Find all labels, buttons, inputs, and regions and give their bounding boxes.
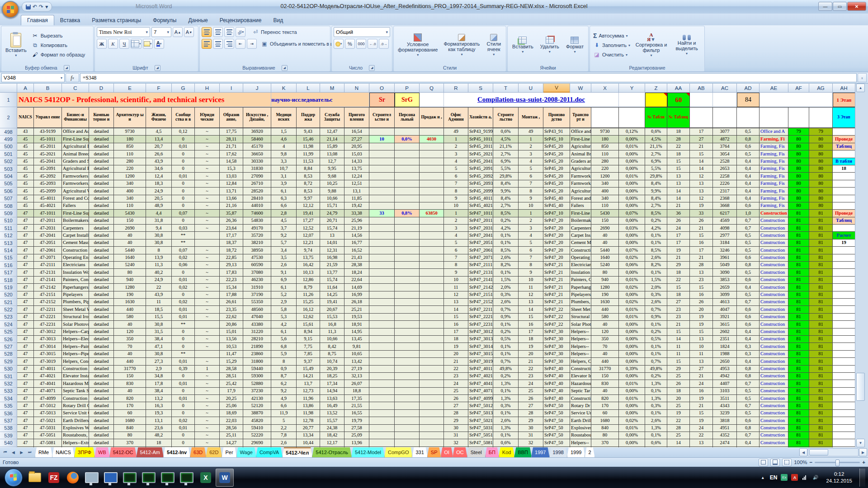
cell-B529[interactable]: 47-3019 bbox=[34, 358, 62, 365]
cell-Z535[interactable]: 0,3% bbox=[645, 402, 667, 409]
cell-W511[interactable]: Carpenters bbox=[570, 225, 591, 232]
cell-AD538[interactable]: 0,8 bbox=[737, 425, 760, 432]
cell-V502[interactable]: SrP45_20 bbox=[543, 158, 570, 165]
cell-B498[interactable]: 43-9199 bbox=[34, 128, 62, 136]
cell-H505[interactable]: ~ bbox=[195, 180, 220, 188]
cell-W501[interactable]: Animal Br bbox=[570, 150, 591, 158]
cell-C517[interactable]: Insulation Wor bbox=[62, 269, 89, 276]
cell-L515[interactable]: 13,75 bbox=[297, 254, 320, 262]
cell-C538[interactable]: Explosives Wo bbox=[62, 425, 89, 432]
cell-J503[interactable]: 31830 bbox=[243, 165, 271, 173]
cell-L530[interactable]: 15,49 bbox=[297, 366, 320, 373]
cell-C510[interactable]: Boilermakers bbox=[62, 217, 89, 225]
cell-M517[interactable]: 13,77 bbox=[320, 269, 344, 276]
cell-E511[interactable]: 2690 bbox=[114, 225, 146, 232]
cell-I517[interactable]: 17,83 bbox=[220, 269, 243, 276]
column-header-C[interactable]: C bbox=[62, 84, 89, 93]
cell-E526[interactable]: 350 bbox=[114, 336, 146, 343]
cell-Y513[interactable]: 0,00% bbox=[619, 239, 645, 247]
cell-O538[interactable] bbox=[369, 425, 395, 432]
cell-AH524[interactable] bbox=[833, 321, 855, 328]
cell-K539[interactable]: 7,8 bbox=[271, 432, 297, 439]
cell-AA498[interactable]: 18 bbox=[667, 128, 690, 136]
paste-button[interactable]: Вставить▾ bbox=[3, 32, 29, 58]
cell-AC514[interactable]: 3246 bbox=[713, 247, 737, 254]
table-header-M[interactable]: Служба Защиты bbox=[320, 107, 344, 128]
cell-I524[interactable]: 20,86 bbox=[220, 321, 243, 328]
cell-A503[interactable]: 45 bbox=[17, 165, 34, 173]
cell-Y521[interactable]: 0,02% bbox=[619, 299, 645, 306]
cell-V522[interactable]: SrP47_22 bbox=[543, 306, 570, 313]
cell-E501[interactable]: 110 bbox=[114, 150, 146, 158]
cell-V507[interactable]: SrP45_40 bbox=[543, 195, 570, 202]
cell-S533[interactable]: SrP47_4071 bbox=[468, 388, 493, 395]
cell-M532[interactable]: 17,34 bbox=[320, 380, 344, 387]
cell-H515[interactable]: ~ bbox=[195, 254, 220, 262]
cell-D540[interactable]: detailed bbox=[89, 439, 114, 446]
cell-L509[interactable]: 19,41 bbox=[297, 210, 320, 217]
cell-A531[interactable]: 47 bbox=[17, 373, 34, 380]
cell-R527[interactable]: 19 bbox=[444, 343, 468, 350]
cell-AD512[interactable]: 0,5 bbox=[737, 232, 760, 239]
cell-AB520[interactable]: 16 bbox=[690, 291, 713, 299]
cell-X515[interactable]: 1640 bbox=[591, 254, 619, 262]
cell-AB500[interactable]: 21 bbox=[690, 143, 713, 150]
cell-R512[interactable]: 4 bbox=[444, 232, 468, 239]
row-header-520[interactable]: 520 bbox=[0, 291, 17, 299]
cell-Y520[interactable]: 0,00% bbox=[619, 291, 645, 299]
cell-AB528[interactable]: 11 bbox=[690, 351, 713, 358]
cell-O506[interactable] bbox=[369, 188, 395, 195]
cell-G499[interactable]: 0 bbox=[172, 136, 195, 143]
column-header-AD[interactable]: AD bbox=[737, 84, 760, 93]
row-header-535[interactable]: 535 bbox=[0, 402, 17, 409]
cell-Z506[interactable]: 9,9% bbox=[645, 188, 667, 195]
cell-Z524[interactable]: 0,1% bbox=[645, 321, 667, 328]
cell-X530[interactable]: 31770 bbox=[591, 366, 619, 373]
column-header-AH[interactable]: AH bbox=[833, 84, 855, 93]
cell-AH528[interactable] bbox=[833, 351, 855, 358]
cell-J538[interactable]: 59410 bbox=[243, 425, 271, 432]
cell-AD505[interactable]: 0,4 bbox=[737, 180, 760, 188]
cell-B507[interactable]: 45-4011 bbox=[34, 195, 62, 202]
cell-AA534[interactable]: 20 bbox=[667, 395, 690, 402]
cell-E527[interactable]: 70 bbox=[114, 343, 146, 350]
cell-W539[interactable]: Roustabou bbox=[570, 432, 591, 439]
cell-R537[interactable]: 29 bbox=[444, 417, 468, 424]
fill-color-button[interactable]: ▾ bbox=[143, 39, 153, 49]
cell-M509[interactable]: 24,79 bbox=[320, 210, 344, 217]
cell-G513[interactable]: ** bbox=[172, 239, 195, 247]
cell-J512[interactable]: 35720 bbox=[243, 232, 271, 239]
cell-AC526[interactable]: 2351 bbox=[713, 336, 737, 343]
cell-W510[interactable]: Boilermak bbox=[570, 217, 591, 225]
cell-M506[interactable]: 9,88 bbox=[320, 188, 344, 195]
cell-G519[interactable]: 0,02 bbox=[172, 284, 195, 291]
cell-AC511[interactable]: 4098 bbox=[713, 225, 737, 232]
cell-AD501[interactable]: 0,5 bbox=[737, 150, 760, 158]
cell-Q504[interactable] bbox=[420, 173, 444, 180]
cell-H506[interactable]: ~ bbox=[195, 188, 220, 195]
row-header-534[interactable]: 534 bbox=[0, 395, 17, 402]
cell-C527[interactable]: Helpers--Paint bbox=[62, 343, 89, 350]
cell-AH498[interactable] bbox=[833, 128, 855, 136]
row-header-517[interactable]: 517 bbox=[0, 269, 17, 276]
cell-H510[interactable]: ~ bbox=[195, 217, 220, 225]
cell-Q531[interactable] bbox=[420, 373, 444, 380]
sheet-tab-5412-Am[interactable]: 5412-Am bbox=[136, 447, 164, 457]
table-header-W[interactable]: Транспо рт и bbox=[570, 107, 591, 128]
cell-C529[interactable]: Helpers, Const bbox=[62, 358, 89, 365]
cell-R534[interactable]: 26 bbox=[444, 395, 468, 402]
cell-G518[interactable]: 0,01 bbox=[172, 277, 195, 284]
cell-AB498[interactable]: 17 bbox=[690, 128, 713, 136]
cell-C523[interactable]: Structural Iron bbox=[62, 314, 89, 321]
start-button[interactable] bbox=[5, 469, 23, 487]
cell-E516[interactable]: 5240 bbox=[114, 262, 146, 269]
cell-E533[interactable]: 40 bbox=[114, 388, 146, 395]
cell-W513[interactable]: Cement M bbox=[570, 239, 591, 247]
cell-W532[interactable]: Hazardous bbox=[570, 380, 591, 387]
cell-V538[interactable]: SrP47_50 bbox=[543, 425, 570, 432]
cell-T536[interactable]: 0,1% bbox=[493, 410, 519, 417]
close-button[interactable]: ✕ bbox=[847, 2, 866, 11]
cell-X518[interactable]: 940 bbox=[591, 277, 619, 284]
cell-S500[interactable]: SrP45_2011 bbox=[468, 143, 493, 150]
sheet-tab-WB[interactable]: WB bbox=[94, 447, 110, 457]
